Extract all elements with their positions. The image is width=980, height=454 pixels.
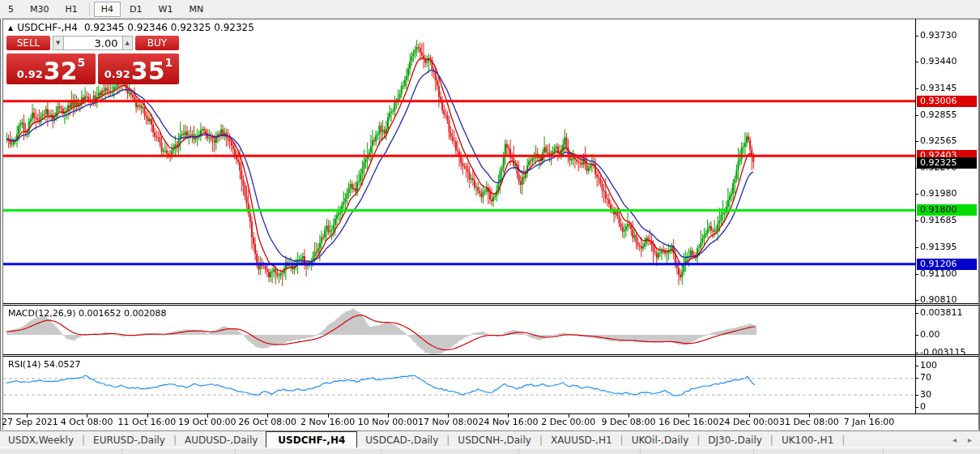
- rsi-value: 54.0527: [44, 359, 81, 370]
- chart-tab-dj30-daily[interactable]: DJ30-,Daily: [700, 431, 770, 448]
- chart-tab-uk100-h1[interactable]: UK100-,H1: [773, 431, 842, 448]
- bottom-strip: [0, 448, 980, 454]
- date-tick-label: 2 Dec 00:00: [541, 417, 595, 427]
- macd-indicator-label: MACD(12,26,9) 0.001652 0.002088: [8, 308, 167, 319]
- buy-price-button[interactable]: 0.92351: [98, 54, 179, 84]
- bottom-strip-divider: [640, 448, 641, 454]
- timeframe-button-h1[interactable]: H1: [58, 2, 85, 17]
- bottom-strip-divider: [121, 448, 122, 454]
- timeframe-button-5[interactable]: 5: [1, 2, 21, 17]
- date-tick-label: 4 Oct 08:00: [61, 417, 113, 427]
- macd-tick-label: -0.003115: [920, 347, 965, 358]
- chart-tab-usdx-weekly[interactable]: USDX,Weekly: [0, 431, 82, 448]
- level-price-badge: 0.93006: [917, 96, 977, 107]
- volume-input[interactable]: [64, 36, 122, 50]
- up-arrow-icon: ▲: [126, 40, 130, 46]
- buy-price-base: 0.92: [104, 68, 130, 80]
- price-tick-label: 0.93730: [920, 30, 957, 41]
- price-tick-label: 0.91980: [920, 188, 957, 199]
- date-tick-label: 27 Sep 2021: [2, 417, 58, 427]
- macd-tick-label: 0.00: [920, 329, 940, 340]
- price-tick-label: 0.91395: [920, 242, 957, 252]
- down-arrow-icon: ▼: [56, 40, 60, 46]
- sell-price-button[interactable]: 0.92325: [6, 54, 96, 84]
- rsi-tick-label: 30: [920, 389, 931, 400]
- one-click-trading-panel: SELL ▼ ▲ BUY 0.92325 0.92351: [6, 36, 179, 84]
- price-tick-label: 0.91685: [920, 215, 957, 225]
- price-tick-label: 0.92565: [920, 135, 957, 146]
- chart-symbol-title: USDCHF-,H4: [17, 22, 78, 33]
- bottom-strip-divider: [753, 448, 754, 454]
- chart-tab-ukoil-daily[interactable]: UKOil-,Daily: [624, 431, 697, 448]
- rsi-tick-label: 70: [920, 372, 931, 383]
- macd-tick-label: 0.003811: [920, 307, 963, 318]
- chart-tab-eurusd-daily[interactable]: EURUSD-,Daily: [85, 431, 173, 448]
- price-tick-label: 0.90810: [920, 294, 957, 305]
- volume-increase-button[interactable]: ▲: [122, 36, 134, 50]
- one-click-collapse-icon[interactable]: ▲: [8, 24, 13, 32]
- price-tick-label: 0.92855: [920, 109, 957, 120]
- timeframe-button-m30[interactable]: M30: [23, 2, 57, 17]
- buy-button[interactable]: BUY: [135, 36, 179, 50]
- date-tick-label: 19 Oct 00:00: [178, 417, 236, 427]
- level-price-badge: 0.91800: [917, 204, 977, 216]
- price-tick-label: 0.93145: [920, 83, 957, 93]
- bottom-strip-divider: [883, 448, 884, 454]
- chart-tab-xauusd-h1[interactable]: XAUUSD-,H1: [543, 431, 620, 448]
- timeframe-button-w1[interactable]: W1: [151, 2, 181, 17]
- mt4-chart-window: 5M30H1H4D1W1MN ▲USDCHF-,H40.92345 0.9234…: [0, 0, 980, 454]
- timeframe-toolbar: 5M30H1H4D1W1MN: [0, 0, 980, 19]
- sell-button[interactable]: SELL: [6, 36, 50, 50]
- date-tick-label: 11 Oct 16:00: [118, 417, 177, 427]
- bottom-strip-divider: [381, 448, 381, 454]
- rsi-tick-label: 0: [920, 401, 926, 412]
- sell-price-base: 0.92: [17, 68, 43, 80]
- current-bid-badge: 0.92325: [917, 157, 977, 169]
- date-tick-label: 24 Dec 00:00: [719, 417, 779, 427]
- buy-price-pips: 35: [131, 59, 165, 84]
- timeframe-button-mn[interactable]: MN: [181, 2, 211, 17]
- chart-tab-usdchf-h4[interactable]: USDCHF-,H4: [266, 431, 357, 448]
- date-tick-label: 9 Dec 08:00: [602, 417, 656, 427]
- chart-tab-bar: USDX,Weekly|EURUSD-,Daily|AUDUSD-,DailyU…: [0, 430, 980, 448]
- chart-header: ▲USDCHF-,H40.92345 0.92346 0.92325 0.923…: [8, 22, 254, 33]
- rsi-tick-label: 100: [920, 360, 937, 370]
- date-tick-label: 2 Nov 16:00: [300, 417, 355, 427]
- tab-scroll-left-icon[interactable]: ◂: [952, 435, 957, 444]
- timeframe-button-h4[interactable]: H4: [94, 2, 121, 17]
- date-tick-label: 31 Dec 08:00: [779, 417, 839, 427]
- toolbar-separator: [89, 2, 90, 15]
- date-tick-label: 7 Jan 16:00: [844, 417, 895, 427]
- date-tick-label: 26 Oct 08:00: [238, 417, 296, 427]
- bottom-strip-divider: [235, 448, 236, 454]
- date-tick-label: 16 Dec 16:00: [658, 417, 718, 427]
- price-tick-label: 0.93440: [920, 56, 957, 66]
- chart-ohlc-values: 0.92345 0.92346 0.92325 0.92325: [84, 22, 254, 33]
- chart-tab-audusd-daily[interactable]: AUDUSD-,Daily: [177, 431, 266, 448]
- tab-separator: |: [842, 431, 845, 448]
- level-price-badge: 0.91206: [917, 259, 977, 270]
- volume-decrease-button[interactable]: ▼: [53, 36, 64, 50]
- timeframe-button-d1[interactable]: D1: [122, 2, 149, 17]
- bottom-strip-divider: [518, 448, 519, 454]
- macd-values: 0.001652 0.002088: [79, 308, 166, 319]
- volume-stepper: ▼ ▲: [53, 36, 133, 50]
- rsi-indicator-label: RSI(14) 54.0527: [8, 359, 80, 370]
- chart-tab-usdcnh-daily[interactable]: USDCNH-,Daily: [450, 431, 539, 448]
- macd-name: MACD(12,26,9): [8, 308, 76, 319]
- date-tick-label: 24 Nov 16:00: [478, 417, 538, 427]
- tab-scroll-right-icon[interactable]: ▸: [968, 435, 972, 444]
- rsi-name: RSI(14): [8, 359, 40, 370]
- buy-price-point: 1: [165, 56, 173, 69]
- tab-scroll-arrows: ◂▸: [952, 431, 980, 448]
- sell-price-point: 5: [78, 56, 86, 69]
- date-tick-label: 10 Nov 00:00: [358, 417, 418, 427]
- date-tick-label: 17 Nov 08:00: [418, 417, 478, 427]
- chart-tab-usdcad-daily[interactable]: USDCAD-,Daily: [357, 431, 446, 448]
- sell-price-pips: 32: [44, 59, 78, 84]
